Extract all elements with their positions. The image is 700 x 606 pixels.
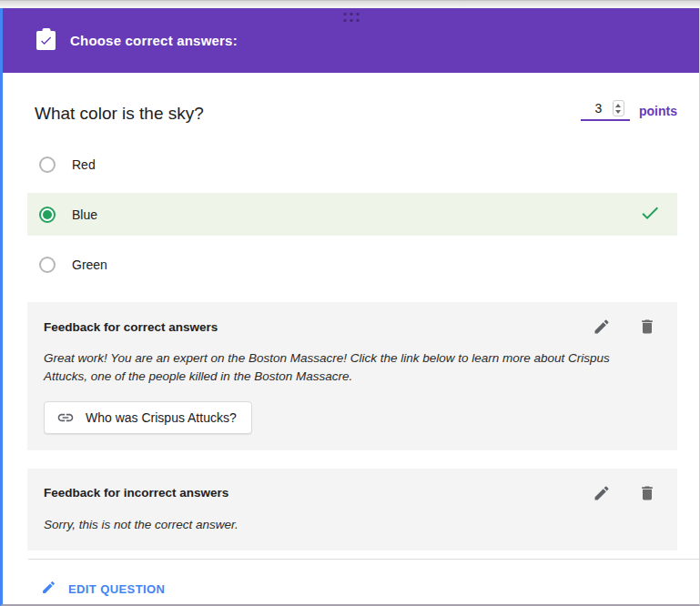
answer-key-header: Choose correct answers: bbox=[3, 8, 699, 73]
option-label: Blue bbox=[72, 207, 639, 222]
feedback-incorrect-title: Feedback for incorrect answers bbox=[44, 486, 592, 500]
drag-handle-icon[interactable] bbox=[343, 13, 359, 22]
options-list: Red Blue Green bbox=[3, 144, 699, 285]
window-top-edge bbox=[0, 0, 700, 8]
radio-selected-icon[interactable] bbox=[39, 207, 56, 223]
feedback-link-label: Who was Crispus Attucks? bbox=[86, 410, 237, 425]
stepper-up-icon[interactable] bbox=[615, 104, 621, 107]
radio-unselected-icon[interactable] bbox=[39, 257, 56, 273]
option-label: Red bbox=[72, 157, 661, 172]
points-field bbox=[581, 100, 630, 121]
points-stepper[interactable] bbox=[613, 100, 624, 116]
answer-key-card: Choose correct answers: What color is th… bbox=[0, 8, 700, 606]
points-label: points bbox=[639, 104, 677, 118]
link-icon bbox=[56, 409, 75, 427]
edit-pencil-icon bbox=[41, 580, 56, 599]
radio-unselected-icon[interactable] bbox=[39, 157, 56, 173]
edit-feedback-button[interactable] bbox=[592, 317, 612, 337]
question-row: What color is the sky? points bbox=[3, 73, 699, 124]
answer-key-clipboard-icon bbox=[36, 31, 56, 50]
feedback-correct-box: Feedback for correct answers Great work!… bbox=[27, 302, 677, 450]
feedback-correct-text: Great work! You are an expert on the Bos… bbox=[44, 349, 655, 387]
trash-icon bbox=[638, 484, 656, 502]
stepper-down-icon[interactable] bbox=[615, 110, 621, 114]
feedback-correct-title: Feedback for correct answers bbox=[44, 320, 592, 334]
delete-feedback-button[interactable] bbox=[637, 483, 657, 503]
option-row-green[interactable]: Green bbox=[27, 244, 677, 285]
points-input[interactable] bbox=[587, 101, 611, 116]
edit-question-button[interactable]: EDIT QUESTION bbox=[68, 582, 165, 596]
feedback-link-chip[interactable]: Who was Crispus Attucks? bbox=[44, 401, 252, 434]
card-footer: EDIT QUESTION bbox=[3, 560, 699, 599]
option-row-blue[interactable]: Blue bbox=[27, 193, 677, 236]
feedback-incorrect-text: Sorry, this is not the correct answer. bbox=[44, 516, 655, 534]
correct-check-icon bbox=[639, 202, 661, 227]
feedback-incorrect-box: Feedback for incorrect answers Sorry, th… bbox=[27, 469, 677, 550]
option-row-red[interactable]: Red bbox=[27, 144, 677, 185]
question-title: What color is the sky? bbox=[35, 100, 204, 124]
pencil-icon bbox=[593, 484, 611, 502]
edit-feedback-button[interactable] bbox=[592, 483, 612, 503]
pencil-icon bbox=[593, 318, 611, 336]
delete-feedback-button[interactable] bbox=[637, 317, 657, 337]
option-label: Green bbox=[72, 258, 661, 272]
trash-icon bbox=[638, 318, 656, 336]
header-title: Choose correct answers: bbox=[70, 33, 238, 48]
points-control: points bbox=[581, 100, 677, 121]
